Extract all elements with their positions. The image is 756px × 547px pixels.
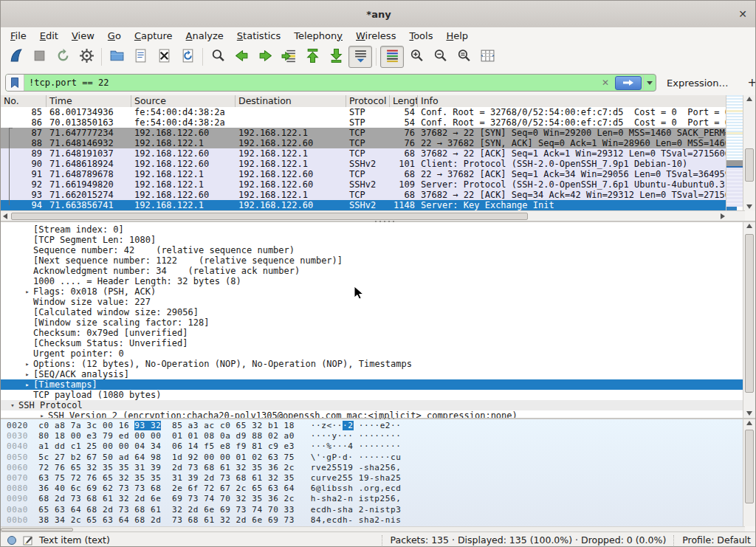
scroll-right-icon[interactable] (721, 213, 725, 219)
menu-file[interactable]: File (4, 29, 33, 43)
collapsed-arrow-icon[interactable]: ▸ (21, 379, 33, 390)
expanded-arrow-icon[interactable]: ▾ (7, 400, 18, 410)
capture-options-button[interactable] (75, 47, 97, 67)
packet-list-hscrollbar[interactable] (1, 210, 745, 221)
detail-line[interactable]: ▾SSH Protocol (1, 400, 745, 410)
menu-help[interactable]: Help (439, 29, 475, 43)
detail-line[interactable]: [Calculated window size: 29056] (1, 307, 745, 317)
hex-row-0080[interactable]: 0080 36 40 6c 69 62 73 73 68 2e 6f 72 67… (1, 484, 745, 494)
bytes-vscrollbar-thumb[interactable] (745, 430, 754, 503)
details-vscrollbar[interactable] (743, 222, 755, 418)
zoom-out-button[interactable] (429, 47, 451, 67)
go-forward-button[interactable] (254, 47, 276, 67)
go-back-button[interactable] (230, 47, 252, 67)
details-vscrollbar-thumb[interactable] (745, 234, 754, 393)
display-filter-input[interactable]: !tcp.port == 22 (24, 78, 597, 88)
menu-analyze[interactable]: Analyze (179, 29, 230, 43)
packet-list-hscrollbar-thumb[interactable] (11, 213, 528, 220)
column-header-length[interactable]: Length (390, 95, 418, 107)
collapsed-arrow-icon[interactable]: ▸ (36, 410, 48, 418)
expression-button[interactable]: Expression… (667, 78, 729, 89)
scroll-up-icon[interactable] (746, 421, 752, 425)
packet-list-header[interactable]: No.TimeSourceDestinationProtocolLengthIn… (1, 95, 745, 108)
column-header-no[interactable]: No. (1, 95, 47, 107)
menu-telephony[interactable]: Telephony (287, 29, 349, 43)
add-filter-button[interactable]: + (748, 76, 756, 89)
go-last-button[interactable] (325, 47, 347, 67)
packet-row-87[interactable]: 8771.647777234192.168.122.60192.168.122.… (1, 128, 745, 138)
close-window-icon[interactable]: ✕ (736, 7, 749, 21)
column-header-destination[interactable]: Destination (236, 95, 346, 107)
detail-line[interactable]: ▸[SEQ/ACK analysis] (1, 369, 745, 379)
find-packet-button[interactable] (207, 47, 229, 67)
packet-row-93[interactable]: 9371.662015274192.168.122.60192.168.122.… (1, 190, 745, 200)
packet-row-90[interactable]: 9071.648618924192.168.122.60192.168.122.… (1, 159, 745, 169)
go-to-packet-button[interactable] (278, 47, 300, 67)
hex-row-00a0[interactable]: 00a0 65 63 64 68 2d 73 68 61 32 2d 6e 69… (1, 505, 745, 515)
packet-list-vscrollbar[interactable] (743, 95, 755, 210)
hex-row-0030[interactable]: 0030 80 18 00 e3 79 ed 00 00 01 01 08 0a… (1, 431, 745, 441)
colorize-button[interactable] (380, 46, 404, 68)
packet-row-86[interactable]: 8670.013850163fe:54:00:d4:38:2aSTP54Conf… (1, 117, 745, 128)
packet-list-vscrollbar-thumb[interactable] (745, 148, 754, 182)
restart-capture-button[interactable] (52, 47, 74, 67)
detail-line[interactable]: Sequence number: 42 (relative sequence n… (1, 245, 745, 255)
hex-row-0040[interactable]: 0040 a1 dd c1 25 00 00 04 34 06 14 f5 e8… (1, 441, 745, 452)
packet-row-94[interactable]: 9471.663856741192.168.122.1192.168.122.6… (1, 200, 745, 210)
menu-edit[interactable]: Edit (33, 29, 65, 43)
packet-row-88[interactable]: 8871.648146932192.168.122.1192.168.122.6… (1, 138, 745, 148)
packet-row-92[interactable]: 9271.661949820192.168.122.1192.168.122.6… (1, 179, 745, 190)
scroll-up-icon[interactable] (746, 97, 752, 101)
collapsed-arrow-icon[interactable]: ▸ (21, 359, 33, 369)
start-capture-button[interactable] (4, 47, 27, 67)
close-file-button[interactable] (153, 47, 175, 67)
hex-row-00b0[interactable]: 00b0 38 34 2c 65 63 64 68 2d 73 68 61 32… (1, 515, 745, 526)
column-header-source[interactable]: Source (131, 95, 236, 107)
zoom-in-button[interactable] (405, 47, 427, 67)
detail-line[interactable]: TCP payload (1080 bytes) (1, 390, 745, 400)
detail-line[interactable]: [TCP Segment Len: 1080] (1, 235, 745, 245)
scroll-down-icon[interactable] (746, 204, 752, 209)
detail-line[interactable]: Urgent pointer: 0 (1, 348, 745, 359)
packet-row-85[interactable]: 8568.001734936fe:54:00:d4:38:2aSTP54Conf… (1, 107, 745, 117)
stop-capture-button[interactable] (28, 47, 50, 67)
open-file-button[interactable] (106, 47, 128, 67)
capture-comment-icon[interactable] (23, 535, 33, 546)
reload-button[interactable] (176, 47, 199, 67)
status-profile[interactable]: Profile: Default (682, 534, 751, 546)
hex-row-0090[interactable]: 0090 68 2d 73 68 61 32 2d 6e 69 73 74 70… (1, 494, 745, 504)
menu-tools[interactable]: Tools (402, 29, 439, 43)
detail-line[interactable]: [Stream index: 0] (1, 224, 745, 235)
hex-row-0050[interactable]: 0050 5c 27 b2 67 50 ad 64 98 1d 92 00 00… (1, 453, 745, 463)
display-filter-field[interactable]: !tcp.port == 22 ✕ (5, 74, 656, 92)
filter-bookmark-button[interactable] (6, 75, 24, 91)
zoom-reset-button[interactable] (453, 47, 475, 67)
filter-apply-button[interactable] (615, 76, 642, 90)
detail-line[interactable]: [Checksum Status: Unverified] (1, 338, 745, 348)
save-file-button[interactable] (129, 47, 151, 67)
packet-row-91[interactable]: 9171.648789678192.168.122.1192.168.122.6… (1, 169, 745, 179)
detail-line[interactable]: [Next sequence number: 1122 (relative se… (1, 255, 745, 266)
scroll-down-icon[interactable] (746, 411, 752, 416)
menu-view[interactable]: View (65, 29, 101, 43)
menu-wireless[interactable]: Wireless (349, 29, 402, 43)
detail-line[interactable]: ▸[Timestamps] (1, 379, 745, 390)
detail-line[interactable]: [Window size scaling factor: 128] (1, 317, 745, 328)
title-bar[interactable]: *any ✕ (1, 1, 756, 28)
detail-line[interactable]: ▸SSH Version 2 (encryption:chacha20-poly… (1, 410, 745, 418)
detail-line[interactable]: Window size value: 227 (1, 297, 745, 307)
scroll-left-icon[interactable] (3, 213, 7, 219)
packet-row-89[interactable]: 8971.648191037192.168.122.60192.168.122.… (1, 148, 745, 159)
scroll-up-icon[interactable] (746, 224, 752, 228)
detail-line[interactable]: Acknowledgment number: 34 (relative ack … (1, 266, 745, 276)
hex-row-0070[interactable]: 0070 63 75 72 76 65 32 35 35 31 39 2d 73… (1, 473, 745, 484)
detail-line[interactable]: ▸Options: (12 bytes), No-Operation (NOP)… (1, 359, 745, 369)
detail-line[interactable]: ▸Flags: 0x018 (PSH, ACK) (1, 286, 745, 297)
go-first-button[interactable] (301, 47, 323, 67)
filter-clear-button[interactable]: ✕ (597, 78, 614, 88)
expert-info-icon[interactable] (7, 535, 17, 546)
collapsed-arrow-icon[interactable]: ▸ (21, 369, 33, 379)
resize-columns-button[interactable] (476, 47, 498, 67)
filter-history-dropdown[interactable] (643, 75, 656, 90)
menu-go[interactable]: Go (101, 29, 128, 43)
